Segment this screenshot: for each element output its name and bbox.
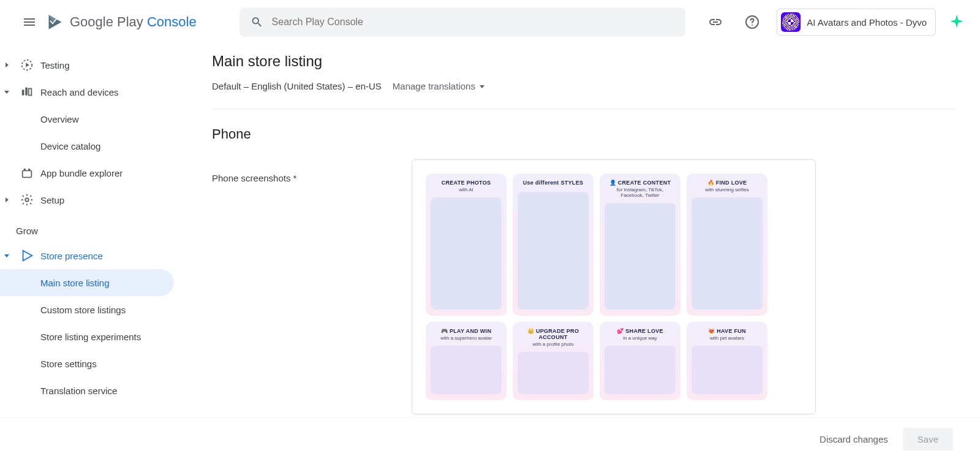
svg-point-3 [752,25,753,26]
sidebar-item-store-presence[interactable]: Store presence [0,242,175,269]
sidebar-item-translation[interactable]: Translation service [0,377,175,404]
sidebar-label: Store presence [40,251,103,261]
sidebar-item-experiments[interactable]: Store listing experiments [0,323,175,350]
sidebar-label: Reach and devices [40,87,119,97]
spark-icon[interactable] [948,13,965,31]
sidebar-label: Store listing experiments [40,332,141,342]
sidebar-label: Store settings [40,359,97,369]
sidebar-label: App bundle explorer [40,168,123,178]
sidebar: Testing Reach and devices Overview Devic… [0,44,175,417]
menu-button[interactable] [15,7,44,37]
screenshot-item[interactable]: 😻 HAVE FUNwith pet avatars [687,322,767,400]
sidebar-label: Translation service [40,386,117,396]
testing-icon [20,58,34,72]
screenshot-item[interactable]: 💕 SHARE LOVEin a unique way [600,322,680,400]
screenshots-label: Phone screenshots * [212,159,412,183]
devices-icon [20,85,34,99]
app-icon [781,12,801,32]
caret-down-icon [4,253,10,259]
svg-rect-7 [29,89,32,96]
hamburger-icon [22,15,37,29]
svg-rect-8 [23,170,32,177]
svg-rect-5 [22,90,24,95]
screenshots-container[interactable]: CREATE PHOTOSwith AI Use different STYLE… [412,159,816,414]
phone-heading: Phone [212,126,956,142]
screenshot-item[interactable]: 👑 UPGRADE PRO ACCOUNTwith a profile phot… [513,322,594,400]
link-icon [708,15,723,29]
caret-down-icon [4,89,10,95]
sidebar-label: Overview [40,114,79,124]
help-icon [745,15,760,29]
save-button[interactable]: Save [903,428,953,451]
help-button[interactable] [740,10,764,34]
sidebar-label: Device catalog [40,141,100,151]
sidebar-item-overview[interactable]: Overview [0,105,175,132]
svg-rect-6 [25,88,28,96]
search-input[interactable] [272,17,674,28]
sidebar-item-reach[interactable]: Reach and devices [0,78,175,105]
sidebar-item-setup[interactable]: Setup [0,186,175,213]
app-name: AI Avatars and Photos - Dyvo [807,17,927,28]
sidebar-label: Testing [40,60,70,70]
svg-point-11 [25,198,29,202]
sidebar-label: Main store listing [40,278,110,288]
sidebar-item-bundle[interactable]: App bundle explorer [0,159,175,186]
manage-translations-button[interactable]: Manage translations [393,81,485,91]
logo-text: Google Play Console [70,14,197,30]
screenshot-item[interactable]: 🔥 FIND LOVEwith stunning selfies [687,173,767,316]
screenshot-item[interactable]: 👤 CREATE CONTENTfor Instagram, TikTok, F… [600,173,680,316]
discard-button[interactable]: Discard changes [820,434,888,444]
link-button[interactable] [703,10,728,34]
default-language: Default – English (United States) – en-U… [212,81,382,91]
sidebar-label: Custom store listings [40,305,126,315]
play-icon [20,249,34,262]
caret-right-icon [4,62,10,68]
footer-bar: Discard changes Save [0,417,980,461]
screenshot-item[interactable]: 🎮 PLAY AND WINwith a superhero avatar [426,322,507,400]
caret-right-icon [4,197,10,203]
bundle-icon [20,166,34,180]
app-switcher[interactable]: AI Avatars and Photos - Dyvo [777,9,936,36]
page-title: Main store listing [212,53,956,70]
play-logo-icon [47,13,64,31]
sidebar-item-testing[interactable]: Testing [0,51,175,78]
sidebar-item-store-settings[interactable]: Store settings [0,350,175,377]
play-console-logo[interactable]: Google Play Console [47,13,197,31]
sidebar-item-main-listing[interactable]: Main store listing [0,269,174,296]
sidebar-item-device-catalog[interactable]: Device catalog [0,132,175,159]
sidebar-item-custom-listings[interactable]: Custom store listings [0,296,175,323]
search-box[interactable] [239,7,685,37]
dropdown-icon [479,83,485,90]
sidebar-label: Setup [40,195,64,205]
sidebar-section-grow: Grow [0,213,175,242]
gear-icon [20,193,34,207]
screenshot-item[interactable]: CREATE PHOTOSwith AI [426,173,507,316]
search-icon [251,15,263,29]
screenshot-item[interactable]: Use different STYLES [513,173,594,316]
main-content: Main store listing Default – English (Un… [212,44,956,417]
